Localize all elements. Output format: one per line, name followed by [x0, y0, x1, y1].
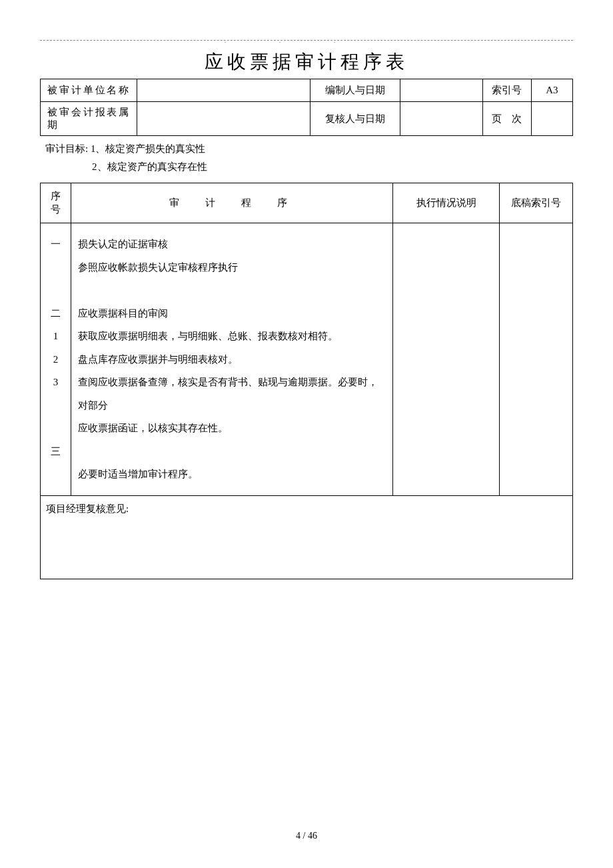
proc-0: 损失认定的证据审核: [78, 233, 386, 256]
unit-label: 被审计单位名称: [41, 79, 137, 102]
period-value: [137, 102, 310, 136]
col-seq-header: 序 号: [41, 183, 71, 223]
period-label: 被审会计报表属期: [41, 102, 137, 136]
page-label: 页 次: [483, 102, 532, 136]
proc-8: [78, 440, 386, 463]
seq-8: [46, 417, 65, 440]
index-label: 索引号: [483, 79, 532, 102]
goal-2: 2、核定资产的真实存在性: [92, 158, 573, 176]
goals-prefix: 审计目标:: [45, 143, 91, 154]
header-divider: [40, 40, 573, 41]
proc-1: 参照应收帐款损失认定审核程序执行: [78, 256, 386, 279]
review-opinion-cell: 项目经理复核意见:: [41, 495, 573, 579]
proc-5: 盘点库存应收票据并与明细表核对。: [78, 348, 386, 371]
seq-column-body: 一 二 1 2 3 三: [41, 223, 71, 496]
seq-9: 三: [46, 440, 65, 463]
col-index-header: 底稿索引号: [500, 183, 573, 223]
page-number: 4 / 46: [0, 831, 613, 841]
seq-header-line1: 序: [46, 190, 65, 203]
seq-1: [46, 256, 65, 279]
proc-9: 必要时适当增加审计程序。: [78, 463, 386, 486]
seq-0: 一: [46, 233, 65, 256]
unit-value: [137, 79, 310, 102]
proc-2: [78, 279, 386, 302]
seq-header-line2: 号: [46, 203, 65, 217]
proc-7: 应收票据函证，以核实其存在性。: [78, 417, 386, 440]
header-info-table: 被审计单位名称 编制人与日期 索引号 A3 被审会计报表属期 复核人与日期 页 …: [40, 79, 573, 136]
goal-1: 1、核定资产损失的真实性: [91, 143, 206, 154]
seq-2: [46, 279, 65, 302]
proc-4: 获取应收票据明细表，与明细账、总账、报表数核对相符。: [78, 325, 386, 348]
audit-procedure-table: 序 号 审 计 程 序 执行情况说明 底稿索引号 一 二 1 2 3 三 损失认…: [40, 183, 573, 579]
col-execution-header: 执行情况说明: [393, 183, 500, 223]
procedure-column-body: 损失认定的证据审核 参照应收帐款损失认定审核程序执行 应收票据科目的审阅 获取应…: [71, 223, 393, 496]
proc-3: 应收票据科目的审阅: [78, 302, 386, 325]
page-value: [531, 102, 572, 136]
index-value: A3: [531, 79, 572, 102]
seq-7: [46, 394, 65, 417]
reviewer-value: [400, 102, 483, 136]
page-title: 应收票据审计程序表: [40, 49, 573, 75]
seq-4: 1: [46, 325, 65, 348]
proc-6: 查阅应收票据备查簿，核实是否有背书、贴现与逾期票据。必要时，对部分: [78, 371, 386, 417]
col-procedure-header: 审 计 程 序: [71, 183, 393, 223]
index-column-body: [500, 223, 573, 496]
audit-goals: 审计目标: 1、核定资产损失的真实性 2、核定资产的真实存在性: [45, 140, 573, 176]
seq-3: 二: [46, 302, 65, 325]
header-dots: ...: [40, 38, 573, 44]
seq-5: 2: [46, 348, 65, 371]
preparer-label: 编制人与日期: [310, 79, 400, 102]
execution-column-body: [393, 223, 500, 496]
review-label: 项目经理复核意见:: [46, 503, 129, 514]
preparer-value: [400, 79, 483, 102]
seq-6: 3: [46, 371, 65, 394]
reviewer-label: 复核人与日期: [310, 102, 400, 136]
